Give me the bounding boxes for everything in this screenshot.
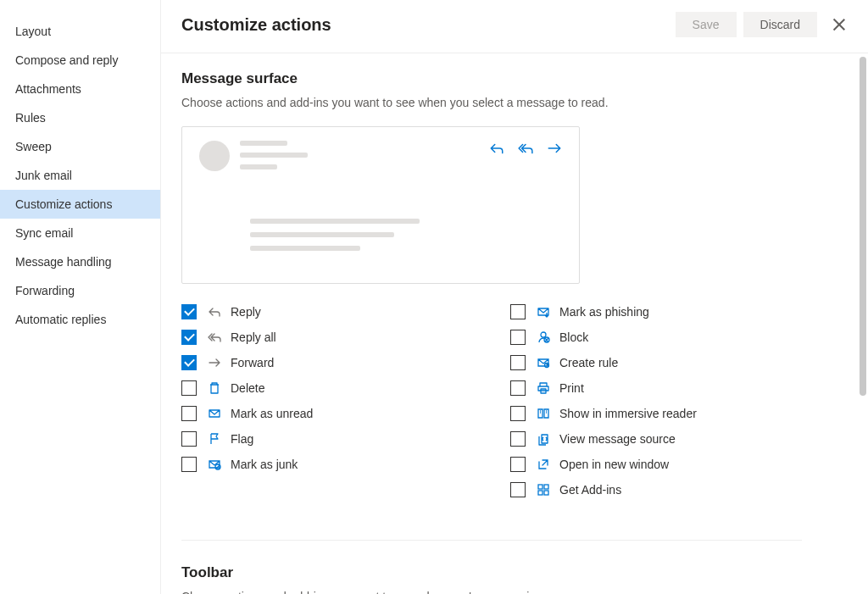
sidebar-item-rules[interactable]: Rules	[0, 103, 160, 132]
sidebar-item-attachments[interactable]: Attachments	[0, 75, 160, 103]
action-label: Create rule	[559, 356, 618, 369]
action-flag[interactable]: Flag	[181, 431, 473, 447]
phishing-icon	[536, 304, 551, 319]
save-button[interactable]: Save	[676, 12, 737, 37]
scrollbar[interactable]	[860, 57, 866, 396]
sidebar-item-sync-email[interactable]: Sync email	[0, 219, 160, 247]
action-label: View message source	[559, 432, 676, 446]
sidebar-item-layout[interactable]: Layout	[0, 17, 160, 46]
checkbox[interactable]	[510, 482, 526, 497]
action-get-add-ins[interactable]: Get Add-ins	[510, 482, 802, 497]
checkbox[interactable]	[510, 406, 526, 421]
checkbox[interactable]	[181, 406, 197, 421]
action-label: Delete	[231, 381, 264, 395]
action-label: Flag	[231, 432, 253, 446]
forward-icon	[547, 141, 562, 158]
action-delete[interactable]: Delete	[181, 380, 473, 396]
message-preview	[181, 126, 580, 284]
action-block[interactable]: Block	[510, 330, 802, 345]
action-show-in-immersive-reader[interactable]: Show in immersive reader	[510, 406, 802, 421]
action-mark-as-junk[interactable]: Mark as junk	[181, 457, 473, 472]
action-label: Show in immersive reader	[559, 407, 697, 420]
action-label: Reply	[231, 305, 261, 319]
block-icon	[536, 330, 551, 345]
checkbox[interactable]	[510, 380, 526, 396]
junk-icon	[207, 457, 222, 472]
sidebar-item-automatic-replies[interactable]: Automatic replies	[0, 305, 160, 334]
rule-icon	[536, 355, 551, 370]
checkbox[interactable]	[181, 330, 197, 345]
reply-icon	[489, 141, 504, 158]
action-label: Reply all	[231, 330, 276, 344]
page-header: Customize actions Save Discard	[161, 0, 868, 53]
mail-icon	[207, 406, 222, 421]
action-label: Get Add-ins	[559, 483, 621, 497]
message-surface-title: Message surface	[181, 70, 802, 87]
action-label: Forward	[231, 356, 274, 369]
toolbar-description: Choose actions and add-ins you want to s…	[181, 590, 802, 594]
action-mark-as-phishing[interactable]: Mark as phishing	[510, 304, 802, 319]
action-label: Mark as unread	[231, 407, 313, 420]
sidebar-item-sweep[interactable]: Sweep	[0, 132, 160, 161]
action-reply-all[interactable]: Reply all	[181, 330, 473, 345]
sidebar-item-message-handling[interactable]: Message handling	[0, 247, 160, 276]
checkbox[interactable]	[510, 330, 526, 345]
reply-all-icon	[207, 330, 222, 345]
reader-icon	[536, 406, 551, 421]
action-mark-as-unread[interactable]: Mark as unread	[181, 406, 473, 421]
action-create-rule[interactable]: Create rule	[510, 355, 802, 370]
action-label: Mark as phishing	[559, 305, 649, 319]
checkbox[interactable]	[510, 355, 526, 370]
action-view-message-source[interactable]: View message source	[510, 431, 802, 447]
delete-icon	[207, 380, 222, 396]
checkbox[interactable]	[510, 431, 526, 447]
sidebar-item-forwarding[interactable]: Forwarding	[0, 276, 160, 305]
checkbox[interactable]	[510, 457, 526, 472]
flag-icon	[207, 431, 222, 447]
message-surface-description: Choose actions and add-ins you want to s…	[181, 96, 802, 109]
addins-icon	[536, 482, 551, 497]
checkbox[interactable]	[181, 431, 197, 447]
action-forward[interactable]: Forward	[181, 355, 473, 370]
sidebar-item-compose-and-reply[interactable]: Compose and reply	[0, 46, 160, 75]
sidebar-item-customize-actions[interactable]: Customize actions	[0, 190, 160, 219]
checkbox[interactable]	[181, 380, 197, 396]
action-label: Open in new window	[559, 458, 669, 471]
toolbar-title: Toolbar	[181, 564, 802, 581]
reply-all-icon	[518, 141, 533, 158]
checkbox[interactable]	[181, 355, 197, 370]
sidebar-item-junk-email[interactable]: Junk email	[0, 161, 160, 190]
action-label: Mark as junk	[231, 458, 298, 471]
action-label: Print	[559, 381, 584, 395]
action-open-in-new-window[interactable]: Open in new window	[510, 457, 802, 472]
checkbox[interactable]	[181, 457, 197, 472]
checkbox[interactable]	[181, 304, 197, 319]
settings-sidebar: LayoutCompose and replyAttachmentsRulesS…	[0, 0, 161, 594]
forward-icon	[207, 355, 222, 370]
action-reply[interactable]: Reply	[181, 304, 473, 319]
checkbox[interactable]	[510, 304, 526, 319]
print-icon	[536, 380, 551, 396]
page-title: Customize actions	[181, 15, 669, 35]
reply-icon	[207, 304, 222, 319]
discard-button[interactable]: Discard	[743, 12, 817, 37]
action-label: Block	[559, 330, 588, 344]
open-icon	[536, 457, 551, 472]
source-icon	[536, 431, 551, 447]
action-print[interactable]: Print	[510, 380, 802, 396]
close-icon[interactable]	[831, 16, 848, 33]
preview-avatar	[199, 141, 230, 171]
